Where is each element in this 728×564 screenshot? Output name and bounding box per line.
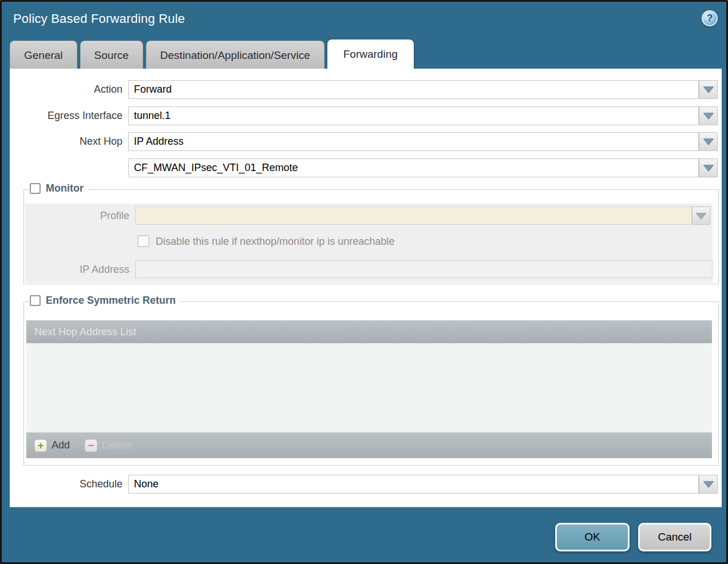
enforce-symmetric-return-legend: Enforce Symmetric Return xyxy=(29,295,180,307)
schedule-input[interactable]: None xyxy=(128,475,699,494)
chevron-down-icon xyxy=(703,86,714,93)
next-hop-type-input[interactable]: IP Address xyxy=(128,132,699,151)
monitor-legend-label: Monitor xyxy=(46,182,84,194)
egress-interface-label: Egress Interface xyxy=(10,106,122,125)
next-hop-label: Next Hop xyxy=(10,132,122,151)
disable-rule-checkbox xyxy=(137,235,149,247)
next-hop-address-list-footer: + Add − Delete xyxy=(26,432,712,458)
schedule-label: Schedule xyxy=(10,475,122,494)
chevron-down-icon xyxy=(703,113,714,119)
schedule-dropdown-button[interactable] xyxy=(699,475,718,494)
add-button-label: Add xyxy=(52,439,70,451)
action-dropdown-button[interactable] xyxy=(699,80,718,99)
delete-button: − Delete xyxy=(85,439,132,452)
next-hop-dropdown-button[interactable] xyxy=(699,132,718,151)
monitor-legend: Monitor xyxy=(29,182,88,194)
chevron-down-icon xyxy=(696,213,706,219)
policy-based-forwarding-rule-dialog: Policy Based Forwarding Rule ? General S… xyxy=(0,0,728,564)
cancel-button[interactable]: Cancel xyxy=(638,523,711,551)
monitor-ip-address-input xyxy=(135,260,713,278)
tab-destination-application-service[interactable]: Destination/Application/Service xyxy=(146,41,325,69)
enforce-symmetric-return-legend-label: Enforce Symmetric Return xyxy=(46,295,176,307)
action-label: Action xyxy=(10,80,122,99)
tab-source[interactable]: Source xyxy=(80,41,143,69)
dialog-title: Policy Based Forwarding Rule xyxy=(13,11,185,26)
ok-button[interactable]: OK xyxy=(555,523,630,551)
egress-interface-input[interactable]: tunnel.1 xyxy=(128,106,699,125)
next-hop-address-list-header: Next Hop Address List xyxy=(26,320,712,343)
forwarding-tab-panel: Action Forward Egress Interface tunnel.1… xyxy=(10,69,722,507)
profile-input xyxy=(135,206,692,225)
next-hop-address-list-body[interactable] xyxy=(26,343,712,432)
add-button[interactable]: + Add xyxy=(34,439,70,452)
monitor-ip-address-label: IP Address xyxy=(24,260,129,279)
tab-forwarding[interactable]: Forwarding xyxy=(327,39,414,69)
plus-icon: + xyxy=(34,439,47,452)
enforce-symmetric-return-checkbox[interactable] xyxy=(30,295,41,306)
chevron-down-icon xyxy=(703,481,714,487)
egress-interface-dropdown-button[interactable] xyxy=(699,106,718,125)
chevron-down-icon xyxy=(703,165,714,171)
monitor-fieldset: Monitor Profile Disable this rule if nex… xyxy=(23,189,719,284)
help-icon[interactable]: ? xyxy=(702,10,718,26)
next-hop-address-dropdown-button[interactable] xyxy=(699,158,718,177)
action-input[interactable]: Forward xyxy=(128,80,699,99)
enforce-symmetric-return-fieldset: Enforce Symmetric Return Next Hop Addres… xyxy=(23,301,719,466)
profile-label: Profile xyxy=(24,206,129,225)
tab-general[interactable]: General xyxy=(10,41,77,69)
monitor-checkbox[interactable] xyxy=(30,183,41,194)
minus-icon: − xyxy=(85,439,97,452)
chevron-down-icon xyxy=(703,138,714,145)
profile-dropdown-button xyxy=(692,206,710,225)
disable-rule-label: Disable this rule if nexthop/monitor ip … xyxy=(156,235,394,248)
delete-button-label: Delete xyxy=(102,439,132,451)
next-hop-address-input[interactable]: CF_MWAN_IPsec_VTI_01_Remote xyxy=(128,158,699,177)
tab-bar: General Source Destination/Application/S… xyxy=(10,39,414,69)
next-hop-address-list-table: Next Hop Address List + Add − Delete xyxy=(26,320,712,458)
